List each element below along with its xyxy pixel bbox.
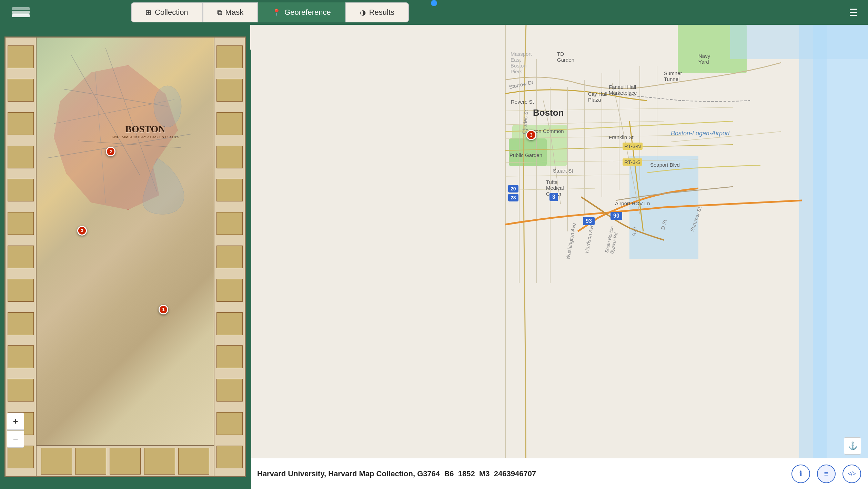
left-map-panel: BOSTON AND IMMEDIATELY ADJACENT CITIES <box>0 25 250 489</box>
building-thumb-r13 <box>216 446 243 468</box>
building-thumb-7 <box>8 246 34 268</box>
logo-area <box>0 3 34 22</box>
svg-line-9 <box>47 134 192 158</box>
app-logo-icon[interactable] <box>11 3 30 22</box>
building-thumb-8 <box>8 279 34 302</box>
tab-collection-label: Collection <box>155 8 188 17</box>
svg-rect-1 <box>12 11 30 14</box>
svg-line-6 <box>105 48 157 193</box>
info-code-button[interactable]: </> <box>842 465 861 483</box>
building-thumb-r4 <box>216 146 243 168</box>
main-content: BOSTON AND IMMEDIATELY ADJACENT CITIES <box>0 25 868 489</box>
highway-shield-3: 3 <box>549 193 558 201</box>
tab-mask[interactable]: ⧉ Mask <box>203 2 258 22</box>
tab-mask-label: Mask <box>225 8 244 17</box>
svg-line-27 <box>671 132 781 142</box>
building-thumb-r7 <box>216 246 243 268</box>
svg-point-10 <box>154 86 181 127</box>
tab-georeference[interactable]: 📍 Georeference <box>258 2 345 22</box>
building-thumb-r1 <box>216 45 243 68</box>
highway-shield-93: 93 <box>583 217 595 225</box>
top-indicator <box>431 0 437 6</box>
building-thumb-b5 <box>178 448 209 475</box>
svg-line-8 <box>95 72 105 203</box>
highway-shield-90: 90 <box>610 212 622 220</box>
building-thumb-r3 <box>216 112 243 135</box>
pin-icon: 📍 <box>272 8 281 17</box>
globe-icon: ◑ <box>360 8 366 17</box>
building-thumb-2 <box>8 79 34 102</box>
building-thumb-11 <box>8 379 34 402</box>
building-thumb-r8 <box>216 279 243 302</box>
osm-map: Boston Boston Common Public Garden Rever… <box>250 25 868 489</box>
info-text: Harvard University, Harvard Map Collecti… <box>257 469 785 478</box>
building-thumb-r6 <box>216 212 243 235</box>
tab-georeference-label: Georeference <box>284 8 331 17</box>
zoom-in-button[interactable]: + <box>7 413 24 430</box>
building-thumb-13 <box>8 446 34 468</box>
nav-tabs: ⊞ Collection ⧉ Mask 📍 Georeference ◑ Res… <box>131 2 409 22</box>
tab-results[interactable]: ◑ Results <box>345 2 409 22</box>
building-thumb-r5 <box>216 179 243 201</box>
building-thumb-1 <box>8 45 34 68</box>
right-control-point-3[interactable]: 3 <box>526 130 536 140</box>
building-thumb-b3 <box>110 448 141 475</box>
hamburger-menu[interactable]: ☰ <box>849 7 858 18</box>
building-thumb-b2 <box>75 448 106 475</box>
layers-icon: ⊞ <box>145 8 151 17</box>
info-detail-icon: ℹ <box>799 469 802 478</box>
zoom-out-button[interactable]: − <box>7 430 24 448</box>
osm-roads-svg <box>250 25 868 489</box>
historical-map[interactable]: BOSTON AND IMMEDIATELY ADJACENT CITIES <box>4 37 246 477</box>
building-thumb-r10 <box>216 345 243 368</box>
tab-collection[interactable]: ⊞ Collection <box>131 2 203 22</box>
building-thumb-3 <box>8 112 34 135</box>
highway-shield-28: 28 <box>508 194 518 201</box>
map-tool-icon[interactable]: ⚓ <box>844 437 861 455</box>
building-thumb-r2 <box>216 79 243 102</box>
historical-roads-svg <box>37 38 214 445</box>
crop-icon: ⧉ <box>217 9 222 17</box>
building-thumb-b1 <box>41 448 72 475</box>
building-thumb-b4 <box>144 448 175 475</box>
building-thumb-r12 <box>216 412 243 435</box>
tab-results-label: Results <box>369 8 394 17</box>
building-thumb-r11 <box>216 379 243 402</box>
building-thumb-4 <box>8 146 34 168</box>
panel-divider <box>250 50 251 489</box>
building-thumb-9 <box>8 312 34 335</box>
map-center: BOSTON AND IMMEDIATELY ADJACENT CITIES <box>37 38 214 445</box>
map-illustration: BOSTON AND IMMEDIATELY ADJACENT CITIES <box>6 38 245 476</box>
info-list-icon: ≡ <box>824 469 829 478</box>
info-list-button[interactable]: ≡ <box>817 465 836 483</box>
highway-shield-20: 20 <box>508 185 518 193</box>
svg-rect-2 <box>12 7 30 10</box>
info-detail-button[interactable]: ℹ <box>791 465 810 483</box>
map-right-border <box>214 38 245 476</box>
svg-rect-0 <box>12 14 30 17</box>
building-thumb-r9 <box>216 312 243 335</box>
building-thumb-6 <box>8 212 34 235</box>
map-left-border <box>6 38 37 476</box>
right-map-panel[interactable]: Boston Boston Common Public Garden Rever… <box>250 25 868 489</box>
control-point-2[interactable]: 2 <box>106 147 115 156</box>
building-thumb-10 <box>8 345 34 368</box>
info-code-icon: </> <box>848 471 856 477</box>
info-bar: Harvard University, Harvard Map Collecti… <box>250 458 868 489</box>
control-point-1[interactable]: 1 <box>159 305 168 314</box>
control-point-3[interactable]: 3 <box>77 226 87 236</box>
map-bottom-border <box>37 445 214 476</box>
zoom-controls: + − <box>7 413 24 448</box>
building-thumb-5 <box>8 179 34 201</box>
